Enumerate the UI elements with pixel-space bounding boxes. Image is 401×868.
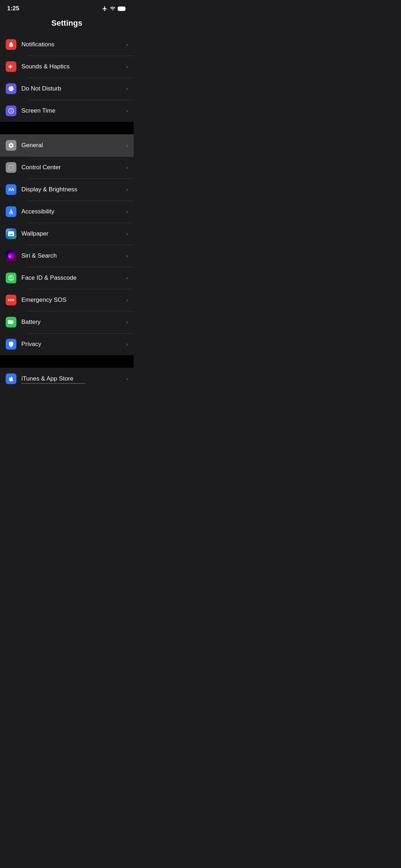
general-label: General xyxy=(21,142,126,149)
faceid-icon xyxy=(6,273,16,283)
settings-row-donotdisturb[interactable]: Do Not Disturb › xyxy=(0,78,134,100)
status-bar: 1:25 xyxy=(0,0,134,15)
settings-section-2: General › Control Center › AA Display & … xyxy=(0,134,134,355)
page-title: Settings xyxy=(51,19,82,27)
screentime-chevron: › xyxy=(126,108,128,114)
notifications-label: Notifications xyxy=(21,41,126,48)
page-header: Settings xyxy=(0,15,134,33)
wallpaper-label: Wallpaper xyxy=(21,230,126,237)
privacy-icon xyxy=(6,339,16,350)
faceid-label: Face ID & Passcode xyxy=(21,274,126,281)
section-gap-1 xyxy=(0,122,134,134)
battery-chevron: › xyxy=(126,319,128,325)
sos-icon: SOS xyxy=(6,295,16,305)
settings-row-wallpaper[interactable]: Wallpaper › xyxy=(0,223,134,245)
siri-icon xyxy=(6,250,16,261)
appstore-icon xyxy=(6,373,16,384)
faceid-chevron: › xyxy=(126,275,128,281)
settings-row-screentime[interactable]: Screen Time › xyxy=(0,100,134,122)
notifications-chevron: › xyxy=(126,42,128,47)
sos-chevron: › xyxy=(126,297,128,303)
settings-section-1: Notifications › Sounds & Haptics › Do No… xyxy=(0,33,134,122)
controlcenter-icon xyxy=(6,162,16,173)
privacy-chevron: › xyxy=(126,341,128,347)
settings-section-3: iTunes & App Store › xyxy=(0,368,134,390)
status-icons xyxy=(102,6,127,11)
settings-row-notifications[interactable]: Notifications › xyxy=(0,33,134,56)
wifi-icon xyxy=(110,6,115,11)
general-chevron: › xyxy=(126,143,128,148)
screentime-icon xyxy=(6,105,16,116)
battery-icon xyxy=(118,6,127,11)
settings-row-itunes[interactable]: iTunes & App Store › xyxy=(0,368,134,390)
wallpaper-chevron: › xyxy=(126,231,128,237)
accessibility-label: Accessibility xyxy=(21,208,126,215)
siri-label: Siri & Search xyxy=(21,252,126,259)
general-icon xyxy=(6,140,16,151)
settings-row-sounds[interactable]: Sounds & Haptics › xyxy=(0,56,134,78)
settings-row-sos[interactable]: SOS Emergency SOS › xyxy=(0,289,134,311)
sounds-label: Sounds & Haptics xyxy=(21,63,126,70)
settings-row-faceid[interactable]: Face ID & Passcode › xyxy=(0,267,134,289)
sos-label: Emergency SOS xyxy=(21,296,126,304)
status-time: 1:25 xyxy=(7,5,19,12)
sounds-chevron: › xyxy=(126,64,128,69)
screentime-label: Screen Time xyxy=(21,107,126,114)
display-icon: AA xyxy=(6,184,16,195)
settings-row-general[interactable]: General › xyxy=(0,134,134,156)
dnd-icon xyxy=(6,83,16,94)
display-label: Display & Brightness xyxy=(21,186,126,193)
controlcenter-label: Control Center xyxy=(21,164,126,171)
controlcenter-chevron: › xyxy=(126,165,128,170)
section-gap-2 xyxy=(0,355,134,368)
accessibility-chevron: › xyxy=(126,209,128,215)
notifications-icon xyxy=(6,39,16,50)
settings-row-privacy[interactable]: Privacy › xyxy=(0,333,134,355)
battery-settings-icon xyxy=(6,317,16,327)
privacy-label: Privacy xyxy=(21,341,126,348)
dnd-chevron: › xyxy=(126,86,128,92)
settings-row-accessibility[interactable]: Accessibility › xyxy=(0,201,134,223)
battery-label: Battery xyxy=(21,319,126,326)
wallpaper-icon xyxy=(6,228,16,239)
display-chevron: › xyxy=(126,187,128,192)
settings-row-battery[interactable]: Battery › xyxy=(0,311,134,333)
svg-rect-3 xyxy=(8,320,13,324)
itunes-label: iTunes & App Store xyxy=(21,375,126,382)
settings-row-display[interactable]: AA Display & Brightness › xyxy=(0,179,134,201)
settings-row-siri[interactable]: Siri & Search › xyxy=(0,245,134,267)
svg-point-2 xyxy=(11,209,12,210)
itunes-chevron: › xyxy=(126,376,128,382)
sounds-icon xyxy=(6,61,16,72)
dnd-label: Do Not Disturb xyxy=(21,85,126,92)
settings-row-controlcenter[interactable]: Control Center › xyxy=(0,156,134,179)
airplane-icon xyxy=(102,6,108,11)
siri-chevron: › xyxy=(126,253,128,259)
accessibility-icon xyxy=(6,206,16,217)
svg-rect-1 xyxy=(118,7,122,11)
svg-rect-4 xyxy=(13,321,14,323)
